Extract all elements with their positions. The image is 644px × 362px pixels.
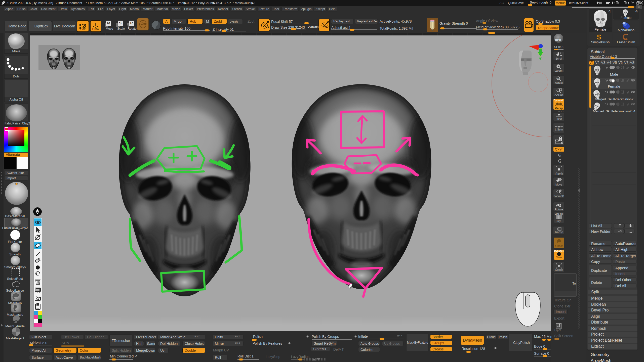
svg-text:Z: Z bbox=[559, 161, 561, 163]
svg-text:S: S bbox=[597, 33, 601, 41]
svg-text:C: C bbox=[560, 139, 561, 141]
svg-text:S: S bbox=[266, 25, 269, 29]
svg-text:D: D bbox=[326, 25, 329, 28]
svg-text:x1: x1 bbox=[557, 77, 559, 79]
svg-text:Y: Y bbox=[559, 155, 561, 157]
